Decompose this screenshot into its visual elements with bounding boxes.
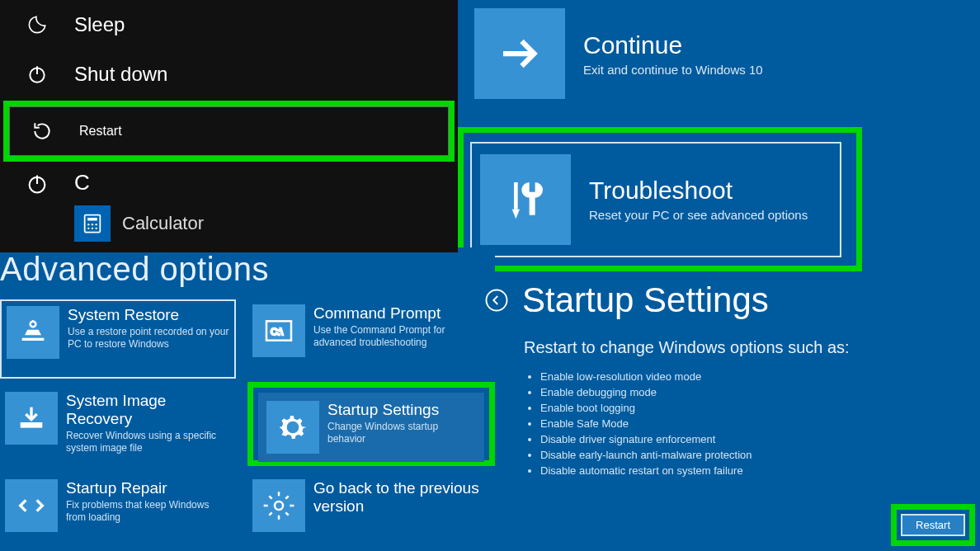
svg-point-10 [92, 228, 93, 229]
svg-rect-18 [21, 422, 43, 428]
tile-image-recovery-desc: Recover Windows using a specific system … [66, 430, 231, 454]
tile-troubleshoot-desc: Reset your PC or see advanced options [589, 208, 808, 222]
tile-system-restore-desc: Use a restore point recorded on your PC … [68, 326, 229, 351]
power-sleep-row[interactable]: Sleep [0, 0, 458, 49]
startup-settings-list: Enable low-resolution video mode Enable … [540, 369, 978, 478]
startup-option: Enable low-resolution video mode [540, 369, 978, 384]
apps-letter-c[interactable]: C [74, 170, 204, 195]
tile-startup-settings-highlight: Startup Settings Change Windows startup … [247, 382, 495, 466]
svg-point-20 [487, 290, 507, 311]
svg-point-19 [275, 502, 283, 510]
advanced-options-grid: System Restore Use a restore point recor… [0, 299, 495, 551]
tile-startup-settings[interactable]: Startup Settings Change Windows startup … [258, 393, 484, 462]
tile-continue[interactable]: Continue Exit and continue to Windows 10 [466, 4, 846, 103]
svg-marker-14 [512, 209, 520, 219]
svg-rect-13 [514, 182, 518, 210]
tile-startup-repair-desc: Fix problems that keep Windows from load… [66, 499, 231, 524]
startup-settings-page: Startup Settings Restart to change Windo… [483, 280, 978, 478]
tile-go-back-title: Go back to the previous version [313, 479, 490, 516]
power-restart-highlight: Restart [3, 101, 455, 162]
tile-command-prompt-desc: Use the Command Prompt for advanced trou… [313, 324, 490, 349]
power-restart-label: Restart [79, 124, 122, 139]
startup-option: Disable automatic restart on system fail… [540, 463, 978, 478]
restart-button[interactable]: Restart [901, 514, 965, 536]
gear-outline-icon [252, 479, 305, 532]
restart-icon [28, 117, 56, 145]
apps-alpha-group: C Calculator [74, 170, 204, 242]
svg-rect-5 [87, 218, 97, 221]
tile-system-restore[interactable]: System Restore Use a restore point recor… [0, 299, 236, 379]
terminal-icon: C:\ [252, 304, 305, 357]
svg-point-9 [87, 228, 89, 229]
svg-point-11 [96, 228, 97, 229]
power-icon-small[interactable] [23, 170, 51, 198]
startup-option: Enable debugging mode [540, 384, 978, 400]
back-icon[interactable] [483, 286, 511, 314]
startup-option: Disable early-launch anti-malware protec… [540, 447, 978, 463]
wrench-code-icon [5, 479, 58, 532]
app-calculator[interactable]: Calculator [74, 205, 204, 242]
restart-button-highlight: Restart [891, 504, 975, 546]
advanced-options-heading: Advanced options [0, 247, 495, 299]
startup-option: Disable driver signature enforcement [540, 431, 978, 447]
power-shutdown-label: Shut down [74, 63, 167, 86]
tile-startup-settings-desc: Change Windows startup behavior [327, 421, 476, 445]
calculator-icon [74, 205, 111, 242]
disk-download-icon [5, 392, 58, 445]
tile-command-prompt[interactable]: C:\ Command Prompt Use the Command Promp… [247, 299, 495, 379]
gear-icon [266, 401, 319, 454]
tools-icon [480, 154, 571, 245]
tile-troubleshoot-highlight: Troubleshoot Reset your PC or see advanc… [458, 127, 862, 271]
tile-go-back[interactable]: Go back to the previous version [247, 474, 495, 551]
power-restart-row[interactable]: Restart [9, 106, 449, 156]
tile-startup-repair[interactable]: Startup Repair Fix problems that keep Wi… [0, 474, 236, 551]
tile-startup-settings-title: Startup Settings [327, 401, 476, 419]
tile-continue-text: Continue Exit and continue to Windows 10 [583, 31, 763, 77]
tile-continue-desc: Exit and continue to Windows 10 [583, 63, 763, 77]
tile-continue-title: Continue [583, 31, 763, 59]
svg-point-7 [92, 224, 93, 225]
tile-troubleshoot-text: Troubleshoot Reset your PC or see advanc… [589, 177, 808, 222]
restore-icon [7, 306, 59, 359]
svg-text:C:\: C:\ [271, 326, 284, 337]
svg-point-15 [31, 322, 36, 327]
startup-option: Enable boot logging [540, 400, 978, 416]
arrow-right-icon [474, 8, 565, 99]
startup-option: Enable Safe Mode [540, 416, 978, 431]
tile-troubleshoot-title: Troubleshoot [589, 177, 808, 205]
startup-settings-heading: Startup Settings [522, 280, 769, 320]
startup-settings-subheading: Restart to change Windows options such a… [524, 338, 978, 357]
tile-image-recovery[interactable]: System Image Recovery Recover Windows us… [0, 387, 236, 466]
power-shutdown-row[interactable]: Shut down [0, 49, 458, 99]
power-sleep-label: Sleep [74, 13, 125, 36]
svg-point-8 [96, 224, 97, 225]
tile-troubleshoot[interactable]: Troubleshoot Reset your PC or see advanc… [470, 142, 841, 257]
choose-option-area: Continue Exit and continue to Windows 10… [458, 0, 980, 272]
start-apps-row: C Calculator [0, 163, 458, 242]
advanced-options-panel: Advanced options System Restore Use a re… [0, 247, 495, 551]
moon-icon [23, 11, 51, 39]
tile-startup-repair-title: Startup Repair [66, 479, 231, 497]
tile-image-recovery-title: System Image Recovery [66, 392, 231, 428]
tile-command-prompt-title: Command Prompt [313, 304, 490, 323]
svg-point-6 [87, 224, 89, 225]
app-calculator-label: Calculator [122, 213, 204, 234]
power-menu-panel: Sleep Shut down Restart C [0, 0, 458, 252]
tile-system-restore-title: System Restore [68, 306, 229, 324]
power-icon [23, 60, 51, 88]
